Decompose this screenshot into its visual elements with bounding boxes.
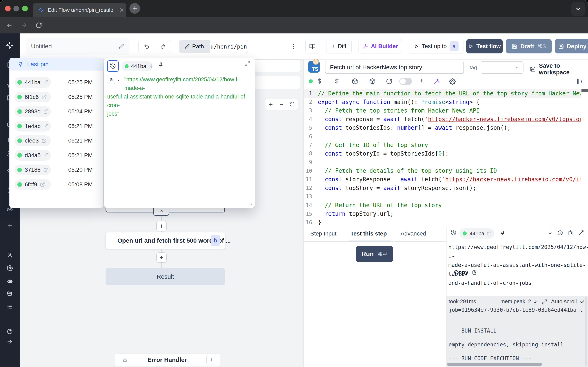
minimize-window-button[interactable] (13, 6, 19, 11)
pin-id-badge[interactable]: 37188 (15, 165, 51, 175)
pin-list-item[interactable]: 6f1c6 05:25 PM (15, 92, 103, 102)
history-icon[interactable] (451, 230, 457, 236)
code-line[interactable]: 15 return topStory.url; (303, 210, 581, 218)
diff-button[interactable]: ± Diff (326, 39, 352, 53)
folder-icon[interactable] (7, 291, 13, 297)
path-button[interactable]: Path u/henri/pin (179, 40, 248, 53)
undo-icon[interactable] (139, 40, 155, 53)
pin-icon[interactable] (158, 62, 164, 68)
code-line[interactable]: 7 // Get the ID of the top story (303, 141, 581, 149)
insert-step-button[interactable] (156, 221, 167, 231)
bot-icon[interactable] (7, 278, 13, 284)
pin-list-item[interactable]: cfee3 05:21 PM (15, 135, 103, 146)
pin-list-item[interactable]: d34a5 05:21 PM (15, 150, 103, 161)
save-to-workspace-button[interactable]: Save to workspace (530, 62, 588, 76)
code-line[interactable]: 5 const topStoriesIds: number[] = await … (303, 124, 581, 132)
expand-logs-icon[interactable] (542, 299, 547, 305)
toolbar-kebab-icon[interactable] (290, 42, 296, 51)
logs-panel[interactable]: took 291ms mem peak: 2 Auto scroll job=0… (447, 296, 588, 367)
info-icon[interactable] (557, 230, 563, 236)
logs-vertical-scrollbar[interactable] (585, 297, 587, 366)
pin-id-badge[interactable]: d34a5 (15, 150, 51, 161)
flow-title-box[interactable]: Untitled (26, 38, 130, 55)
pin-id-badge[interactable]: 2893d (15, 106, 51, 117)
history-icon[interactable] (107, 60, 119, 72)
external-link-icon[interactable] (40, 182, 45, 187)
zoom-in-icon[interactable] (268, 102, 273, 107)
code-line[interactable]: 12 const topStory = await storyResponse.… (303, 184, 581, 192)
external-link-icon[interactable] (43, 167, 48, 172)
result-pin-badge[interactable]: 441ba (459, 228, 494, 239)
refresh-icon[interactable] (386, 78, 392, 85)
flow-node-python-step[interactable]: Open url and fetch first 500 words of ..… (105, 233, 225, 249)
code-line[interactable]: 3 // Fetch the top stories from Hacker N… (303, 106, 581, 115)
external-link-icon[interactable] (43, 80, 48, 85)
tab-test-this-step[interactable]: Test this step (350, 230, 387, 237)
external-link-icon[interactable] (43, 124, 48, 129)
check-icon[interactable] (580, 299, 585, 304)
arrowright-icon[interactable] (7, 339, 13, 345)
copy-result-icon[interactable] (568, 230, 573, 236)
fit-view-icon[interactable] (290, 102, 295, 107)
settings-gear-icon[interactable] (449, 78, 456, 85)
draft-button[interactable]: Draft ⌘S (506, 39, 552, 53)
code-line[interactable]: 16} (303, 218, 581, 227)
forward-icon[interactable] (21, 22, 27, 29)
code-line[interactable]: 11 const storyResponse = await fetch(`ht… (303, 175, 581, 184)
code-line[interactable]: 1// Define the main function to fetch th… (303, 89, 581, 98)
back-icon[interactable] (6, 22, 13, 29)
code-line[interactable]: 4 const response = await fetch('https://… (303, 115, 581, 124)
pin-list-item[interactable]: 37188 05:20 PM (15, 165, 103, 175)
pin-id-badge[interactable]: 1e4ab (15, 121, 51, 132)
editor-scrollbar-thumb[interactable] (581, 89, 588, 92)
flow-node-error-handler[interactable]: Error Handler (115, 354, 220, 366)
code-line[interactable]: 6 (303, 132, 581, 141)
run-button[interactable]: Run ⌘↵ (356, 246, 393, 262)
package-icon[interactable] (369, 78, 376, 85)
fullscreen-result-icon[interactable] (578, 230, 584, 236)
test-flow-button[interactable]: Test flow (466, 39, 503, 53)
external-link-icon[interactable] (148, 64, 153, 68)
help-icon[interactable] (7, 328, 13, 334)
cache-dollar-icon[interactable] (316, 78, 323, 85)
pin-icon[interactable] (500, 230, 506, 236)
insert-step-button[interactable] (156, 252, 167, 263)
copy-button[interactable]: Copy (454, 269, 477, 276)
external-link-icon[interactable] (43, 153, 48, 158)
package-icon[interactable] (352, 78, 358, 85)
gear-icon[interactable] (7, 265, 13, 271)
windmill-logo-icon[interactable] (5, 41, 14, 50)
deploy-button[interactable]: Deploy (555, 39, 588, 53)
browser-tab[interactable]: Edit Flow u/henri/pin_results (33, 3, 126, 17)
reload-icon[interactable] (35, 22, 42, 29)
zoom-out-icon[interactable] (279, 102, 284, 107)
popup-pin-badge[interactable]: 441ba (121, 61, 153, 71)
diff-plus-minus-icon[interactable]: ± (420, 77, 424, 85)
pin-id-badge[interactable]: 6f1c6 (15, 92, 51, 102)
plus-icon[interactable] (7, 222, 13, 229)
code-line[interactable]: 8 const topStoryId = topStoriesIds[0]; (303, 149, 581, 158)
tab-advanced[interactable]: Advanced (401, 230, 426, 237)
code-line[interactable]: 9 (303, 158, 581, 167)
code-editor[interactable]: 1// Define the main function to fetch th… (303, 89, 581, 227)
pin-list-item[interactable]: 1e4ab 05:21 PM (15, 121, 103, 132)
tag-select[interactable] (481, 61, 523, 74)
new-tab-button[interactable] (130, 3, 140, 14)
step-summary-input[interactable]: Fetch url of HackerNews top story (325, 61, 464, 74)
external-link-icon[interactable] (42, 95, 47, 100)
cost-dollar-icon[interactable] (334, 78, 340, 85)
list-icon[interactable] (7, 304, 13, 310)
external-link-icon[interactable] (487, 231, 491, 236)
maximize-window-button[interactable] (22, 6, 28, 11)
download-result-icon[interactable] (547, 230, 553, 236)
code-line[interactable]: 10 // Fetch the details of the top story… (303, 167, 581, 175)
resize-handle-icon[interactable] (248, 201, 252, 206)
ai-wand-icon[interactable] (434, 78, 440, 85)
edit-title-pencil-icon[interactable] (118, 43, 124, 49)
redo-icon[interactable] (155, 40, 171, 53)
add-error-handler-icon[interactable] (207, 355, 216, 365)
code-line[interactable]: 2export async function main(): Promise<s… (303, 98, 581, 106)
pin-list-item[interactable]: 2893d 05:24 PM (15, 106, 103, 117)
flow-node-result[interactable]: Result (105, 268, 225, 285)
logs-horizontal-scrollbar[interactable] (447, 363, 542, 366)
